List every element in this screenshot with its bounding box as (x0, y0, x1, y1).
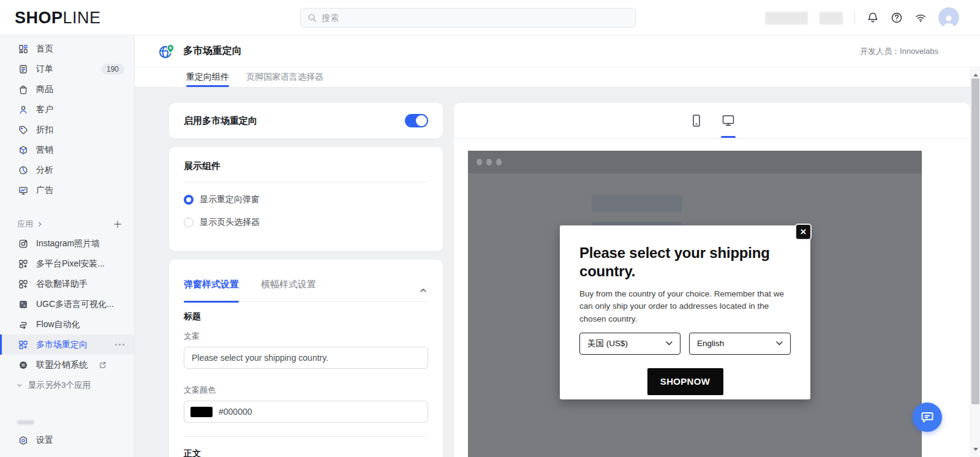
help-icon[interactable] (891, 12, 903, 24)
country-select[interactable]: 美国 (US$) (579, 333, 680, 355)
add-app-icon[interactable] (113, 220, 122, 228)
tab-banner-style[interactable]: 横幅样式设置 (261, 260, 316, 301)
radio-unselected-icon (184, 217, 194, 227)
chat-bubble-icon (920, 410, 935, 425)
enable-toggle[interactable] (405, 114, 428, 127)
shopline-logo: SHOPLINE (15, 9, 101, 28)
app-grid-icon (18, 259, 28, 269)
browser-dot-icon (477, 159, 482, 165)
support-chat-button[interactable] (913, 402, 942, 432)
shopnow-button[interactable]: SHOPNOW (647, 368, 723, 395)
popup-body-text: Buy from the country of your choice. Rem… (579, 288, 794, 325)
app-grid-icon (18, 279, 28, 289)
global-search[interactable] (300, 8, 636, 28)
divider (184, 436, 428, 437)
sidebar-item-home[interactable]: 首页 (0, 39, 134, 59)
radio-selected-icon (184, 195, 194, 205)
customers-person-icon (18, 105, 28, 115)
scroll-up-arrow[interactable] (973, 71, 978, 77)
color-swatch[interactable] (190, 407, 213, 417)
app-more-options-icon[interactable] (115, 344, 124, 346)
browser-dot-icon (486, 159, 492, 165)
orders-count-badge: 190 (101, 64, 124, 75)
radio-show-header-selector[interactable]: 显示页头选择器 (184, 217, 428, 228)
flow-icon (18, 320, 28, 330)
display-component-card: 展示组件 显示重定向弹窗 显示页头选择器 (169, 147, 443, 251)
main-tabs: 重定向组件 页脚国家语言选择器 (135, 67, 970, 88)
apps-section-header[interactable]: 应用 (0, 215, 134, 233)
preview-panel: ✕ Please select your shipping country. B… (454, 103, 970, 457)
tab-redirect-component[interactable]: 重定向组件 (186, 67, 229, 87)
color-hex-value: #000000 (219, 407, 252, 417)
sidebar-app-pixel-install[interactable]: 多平台Pixel安装... (0, 254, 134, 274)
enable-label: 启用多市场重定向 (184, 115, 257, 127)
content-area: 启用多市场重定向 展示组件 显示重定向弹窗 显示页头选择器 弹窗样式设置 横幅样… (135, 88, 970, 457)
redacted-sidebar-label (17, 420, 34, 425)
home-icon (18, 44, 28, 54)
app-grid-icon (18, 340, 28, 350)
color-field-label: 文案颜色 (184, 385, 428, 396)
analytics-pie-icon (18, 165, 28, 175)
tab-popup-style[interactable]: 弹窗样式设置 (184, 260, 239, 301)
title-text-field[interactable] (184, 347, 428, 369)
user-avatar[interactable] (938, 7, 959, 28)
language-select[interactable]: English (689, 333, 791, 355)
notifications-bell-icon[interactable] (867, 12, 879, 24)
sidebar-app-instagram-wall[interactable]: Instagram照片墙 (0, 233, 134, 254)
tab-footer-country-language-selector[interactable]: 页脚国家语言选择器 (246, 67, 323, 87)
developer-info: 开发人员：Innovelabs (860, 46, 938, 57)
sidebar-show-more-apps[interactable]: 显示另外3个应用 (0, 375, 134, 395)
sidebar-item-ads[interactable]: 广告 (0, 180, 134, 200)
top-bar: SHOPLINE (0, 0, 980, 36)
search-icon (307, 13, 317, 23)
popup-button-row: SHOPNOW (579, 368, 791, 395)
display-section-title: 展示组件 (184, 147, 428, 172)
vertical-scrollbar[interactable] (970, 67, 980, 457)
network-status-icon[interactable] (914, 12, 927, 24)
settings-gear-icon (18, 436, 28, 445)
sidebar-app-ugc-multilang[interactable]: UGC多语言可视化... (0, 294, 134, 314)
instagram-icon (18, 239, 28, 249)
sidebar-item-customers[interactable]: 客户 (0, 99, 134, 119)
sidebar-item-marketing[interactable]: 营销 (0, 140, 134, 160)
sidebar-item-products[interactable]: 商品 (0, 79, 134, 99)
multimarket-app-icon (158, 43, 175, 59)
discount-tag-icon (18, 125, 28, 135)
text-field-label: 文案 (184, 331, 428, 342)
orders-icon (18, 64, 28, 74)
collapse-chevron-up-icon[interactable] (418, 285, 428, 295)
desktop-preview-button[interactable] (722, 103, 735, 138)
radio-show-redirect-popup[interactable]: 显示重定向弹窗 (184, 194, 428, 205)
redacted-store-name-2 (820, 12, 843, 25)
sidebar-item-analytics[interactable]: 分析 (0, 160, 134, 180)
enable-card: 启用多市场重定向 (169, 103, 443, 138)
redacted-store-name (765, 12, 808, 25)
app-header: 多市场重定向 开发人员：Innovelabs (135, 36, 980, 67)
sidebar-app-google-translate[interactable]: 谷歌翻译助手 (0, 274, 134, 294)
marketing-cube-icon (18, 145, 28, 155)
browser-dot-icon (496, 159, 502, 165)
redirect-popup-preview: ✕ Please select your shipping country. B… (560, 225, 810, 399)
affiliate-app-icon (18, 360, 28, 370)
browser-chrome-bar (468, 151, 922, 173)
ugc-app-icon (18, 300, 28, 309)
sidebar-item-discounts[interactable]: 折扣 (0, 119, 134, 140)
title-text-input[interactable] (192, 353, 420, 363)
sidebar-item-settings[interactable]: 设置 (0, 430, 134, 450)
title-color-field[interactable]: #000000 (184, 401, 428, 423)
desktop-icon (722, 114, 735, 127)
products-bag-icon (18, 85, 28, 94)
divider (184, 182, 428, 183)
scrollbar-thumb[interactable] (971, 78, 979, 404)
chevron-down-icon (16, 382, 23, 389)
sidebar-app-flow-automation[interactable]: Flow自动化 (0, 314, 134, 334)
scroll-down-arrow[interactable] (973, 448, 978, 453)
mobile-preview-button[interactable] (690, 103, 703, 138)
sidebar-item-orders[interactable]: 订单 190 (0, 59, 134, 79)
sidebar-app-affiliate-system[interactable]: 联盟分销系统 (0, 355, 134, 375)
popup-content: Please select your shipping country. Buy… (560, 225, 810, 395)
sidebar-app-multimarket-redirect[interactable]: 多市场重定向 (0, 334, 134, 355)
search-input[interactable] (322, 13, 628, 23)
popup-close-button[interactable]: ✕ (795, 224, 812, 240)
page-skeleton-block (592, 195, 682, 212)
